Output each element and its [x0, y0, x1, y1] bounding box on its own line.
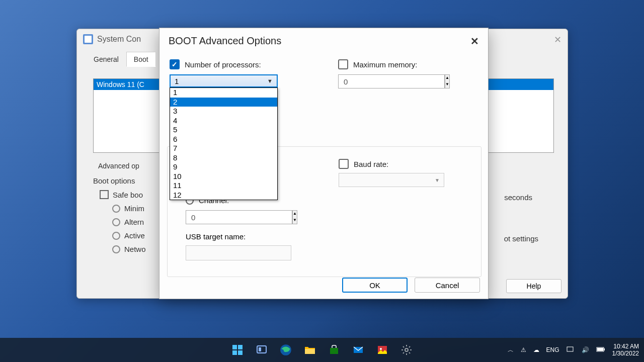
window-title: System Con	[97, 35, 141, 44]
num-processors-combo[interactable]: 1 ▼	[170, 74, 278, 87]
radio-minimal[interactable]	[112, 205, 120, 213]
svg-rect-3	[238, 350, 243, 355]
clock[interactable]: 10:42 AM 1/30/2022	[612, 343, 639, 357]
close-icon[interactable]: ✕	[554, 34, 561, 45]
usb-target-label: USB target name:	[186, 232, 246, 241]
boot-options-label: Boot options	[93, 176, 146, 185]
baud-rate-checkbox[interactable]	[339, 159, 349, 169]
svg-rect-5	[259, 347, 261, 351]
channel-down[interactable]: ▼	[293, 217, 297, 224]
radio-network[interactable]	[112, 245, 120, 253]
max-memory-label: Maximum memory:	[353, 60, 418, 69]
cloud-icon[interactable]: ☁	[533, 346, 539, 353]
photos-icon[interactable]	[372, 340, 392, 360]
dd-option-3[interactable]: 3	[170, 107, 277, 116]
channel-up[interactable]: ▲	[293, 211, 297, 217]
dd-option-8[interactable]: 8	[170, 153, 277, 163]
svg-rect-15	[604, 348, 605, 350]
ok-button[interactable]: OK	[342, 278, 408, 293]
svg-point-11	[380, 348, 382, 350]
usb-target-input[interactable]	[186, 245, 291, 260]
volume-icon[interactable]: 🔊	[582, 346, 589, 353]
dd-option-12[interactable]: 12	[170, 191, 277, 200]
language-indicator[interactable]: ENG	[546, 346, 559, 353]
battery-icon[interactable]	[596, 346, 605, 354]
dd-option-11[interactable]: 11	[170, 181, 277, 191]
svg-rect-1	[238, 345, 243, 349]
svg-rect-7	[305, 349, 315, 354]
dd-option-4[interactable]: 4	[170, 116, 277, 126]
dd-option-5[interactable]: 5	[170, 125, 277, 135]
msconfig-icon	[83, 34, 93, 44]
advanced-options-button[interactable]: Advanced op	[93, 159, 144, 173]
task-view-icon[interactable]	[252, 340, 272, 360]
start-button[interactable]	[227, 340, 248, 360]
dd-option-9[interactable]: 9	[170, 162, 277, 172]
svg-rect-4	[257, 346, 266, 353]
dd-option-7[interactable]: 7	[170, 144, 277, 153]
max-memory-down[interactable]: ▼	[445, 81, 449, 88]
max-memory-up[interactable]: ▲	[445, 75, 449, 81]
radio-alternate[interactable]	[112, 218, 120, 226]
timeout-seconds-label: seconds	[504, 193, 532, 202]
dialog-close-icon[interactable]: ✕	[470, 35, 479, 47]
svg-rect-0	[232, 345, 237, 349]
settings-icon[interactable]	[396, 340, 417, 360]
tab-boot[interactable]: Boot	[126, 52, 156, 67]
help-button[interactable]: Help	[506, 279, 561, 293]
baud-rate-combo[interactable]: ▼	[339, 173, 444, 187]
dd-option-10[interactable]: 10	[170, 172, 277, 182]
dialog-title: BOOT Advanced Options	[159, 28, 488, 52]
chevron-down-icon: ▼	[267, 78, 273, 84]
network-icon[interactable]	[567, 346, 575, 354]
svg-rect-8	[330, 348, 338, 354]
onedrive-icon[interactable]: ⚠	[521, 346, 526, 353]
dd-option-2[interactable]: 2	[170, 98, 277, 107]
num-processors-checkbox[interactable]: ✓	[170, 59, 180, 69]
edge-icon[interactable]	[276, 340, 296, 360]
mail-icon[interactable]	[348, 340, 368, 360]
tray-chevron-icon[interactable]: ︿	[508, 346, 514, 354]
svg-rect-16	[597, 348, 603, 351]
dd-option-1[interactable]: 1	[170, 88, 277, 98]
channel-input[interactable]	[186, 210, 292, 224]
baud-rate-label: Baud rate:	[354, 160, 388, 168]
safe-boot-checkbox[interactable]	[100, 190, 109, 199]
num-processors-dropdown[interactable]: 1 2 3 4 5 6 7 8 9 10 11 12	[170, 87, 278, 200]
max-memory-checkbox[interactable]	[338, 59, 348, 69]
taskbar: ︿ ⚠ ☁ ENG 🔊 10:42 AM 1/30/2022	[0, 338, 644, 362]
boot-advanced-options-dialog: BOOT Advanced Options ✕ ✓ Number of proc…	[159, 28, 489, 299]
file-explorer-icon[interactable]	[300, 340, 320, 360]
radio-active-directory[interactable]	[112, 232, 120, 240]
svg-rect-2	[232, 350, 237, 355]
tab-general[interactable]: General	[86, 52, 126, 67]
cancel-button[interactable]: Cancel	[415, 278, 480, 293]
svg-point-12	[405, 348, 408, 351]
num-processors-label: Number of processors:	[185, 60, 261, 69]
max-memory-input[interactable]	[338, 74, 445, 88]
boot-settings-fragment: ot settings	[504, 234, 538, 243]
store-icon[interactable]	[324, 340, 344, 360]
dd-option-6[interactable]: 6	[170, 135, 277, 144]
svg-rect-13	[567, 347, 573, 351]
